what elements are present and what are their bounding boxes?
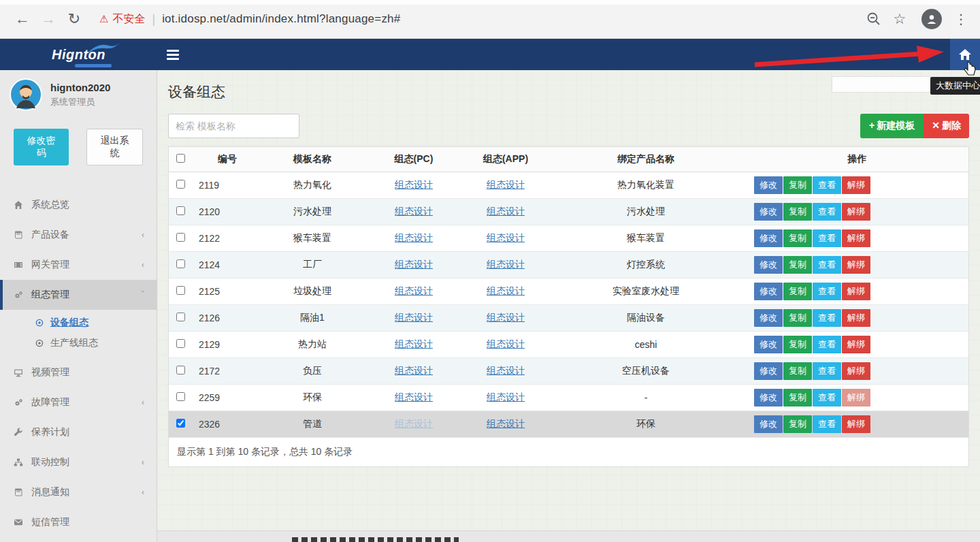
edit-button[interactable]: 修改 <box>754 176 783 194</box>
view-button[interactable]: 查看 <box>813 415 841 433</box>
edit-button[interactable]: 修改 <box>754 362 783 380</box>
unbind-button[interactable]: 解绑 <box>842 176 870 194</box>
address-bar-url[interactable]: iot.idosp.net/admin/index.html?language=… <box>162 12 400 26</box>
search-input[interactable] <box>168 114 299 138</box>
copy-button[interactable]: 复制 <box>783 229 812 247</box>
row-checkbox[interactable] <box>176 339 185 348</box>
sidebar-item-10[interactable]: 空间管理 <box>0 537 157 542</box>
pc-design-link[interactable]: 组态设计 <box>395 206 433 217</box>
edit-button[interactable]: 修改 <box>754 309 783 327</box>
unbind-button[interactable]: 解绑 <box>842 203 870 221</box>
sidebar-item-7[interactable]: 联动控制‹ <box>0 447 157 477</box>
copy-button[interactable]: 复制 <box>783 415 812 433</box>
pc-design-link[interactable]: 组态设计 <box>395 312 433 323</box>
view-button[interactable]: 查看 <box>813 362 841 380</box>
bookmark-star-icon[interactable]: ☆ <box>887 11 912 27</box>
pc-design-link[interactable]: 组态设计 <box>395 418 433 429</box>
sidebar-item-0[interactable]: 系统总览 <box>0 190 157 220</box>
submenu-item-0[interactable]: 设备组态 <box>0 313 157 333</box>
view-button[interactable]: 查看 <box>813 229 841 247</box>
forward-icon[interactable]: → <box>35 10 61 28</box>
copy-button[interactable]: 复制 <box>783 336 812 353</box>
copy-button[interactable]: 复制 <box>783 176 812 194</box>
copy-button[interactable]: 复制 <box>783 389 812 406</box>
row-checkbox[interactable] <box>176 286 185 295</box>
pc-design-link[interactable]: 组态设计 <box>395 259 433 270</box>
new-template-button[interactable]: +新建模板 <box>860 114 924 138</box>
view-button[interactable]: 查看 <box>813 336 841 353</box>
app-design-link[interactable]: 组态设计 <box>487 338 525 349</box>
app-design-link[interactable]: 组态设计 <box>487 365 525 376</box>
app-design-link[interactable]: 组态设计 <box>487 206 525 217</box>
pc-design-link[interactable]: 组态设计 <box>395 232 433 243</box>
edit-button[interactable]: 修改 <box>754 336 783 353</box>
empty-input-box[interactable] <box>832 76 934 93</box>
edit-button[interactable]: 修改 <box>754 256 783 274</box>
unbind-button[interactable]: 解绑 <box>842 389 870 406</box>
pc-design-link[interactable]: 组态设计 <box>395 285 433 296</box>
unbind-button[interactable]: 解绑 <box>842 283 870 300</box>
app-design-link[interactable]: 组态设计 <box>487 392 525 402</box>
pc-design-link[interactable]: 组态设计 <box>395 179 433 190</box>
edit-button[interactable]: 修改 <box>754 283 783 300</box>
browser-menu-icon[interactable]: ⋮ <box>951 11 970 27</box>
unbind-button[interactable]: 解绑 <box>842 362 870 380</box>
view-button[interactable]: 查看 <box>813 389 841 406</box>
pc-design-link[interactable]: 组态设计 <box>395 338 433 349</box>
app-design-link[interactable]: 组态设计 <box>487 418 525 429</box>
row-checkbox[interactable] <box>176 419 185 428</box>
app-design-link[interactable]: 组态设计 <box>487 179 525 190</box>
zoom-out-icon[interactable] <box>866 11 882 27</box>
copy-button[interactable]: 复制 <box>783 203 812 221</box>
sidebar-item-5[interactable]: 故障管理‹ <box>0 387 157 417</box>
edit-button[interactable]: 修改 <box>754 415 783 433</box>
row-checkbox[interactable] <box>176 366 185 374</box>
unbind-button[interactable]: 解绑 <box>842 229 870 247</box>
select-all-checkbox[interactable] <box>176 154 185 163</box>
sidebar-item-6[interactable]: 保养计划 <box>0 417 157 447</box>
row-checkbox[interactable] <box>176 259 185 268</box>
unbind-button[interactable]: 解绑 <box>842 415 870 433</box>
edit-button[interactable]: 修改 <box>754 203 783 221</box>
copy-button[interactable]: 复制 <box>783 362 812 380</box>
view-button[interactable]: 查看 <box>813 309 841 327</box>
unbind-button[interactable]: 解绑 <box>842 336 870 353</box>
app-design-link[interactable]: 组态设计 <box>487 259 525 270</box>
sidebar-item-3[interactable]: 组态管理ˇ <box>0 280 157 310</box>
view-button[interactable]: 查看 <box>813 203 841 221</box>
copy-button[interactable]: 复制 <box>783 309 812 327</box>
sidebar-item-9[interactable]: 短信管理 <box>0 507 157 537</box>
app-design-link[interactable]: 组态设计 <box>487 312 525 323</box>
row-checkbox[interactable] <box>176 180 185 189</box>
change-password-button[interactable]: 修改密码 <box>14 129 69 165</box>
browser-profile-icon[interactable] <box>921 9 942 29</box>
unbind-button[interactable]: 解绑 <box>842 309 870 327</box>
view-button[interactable]: 查看 <box>813 176 841 194</box>
sidebar-item-1[interactable]: 产品设备‹ <box>0 220 157 250</box>
sidebar-item-8[interactable]: 消息通知‹ <box>0 477 157 507</box>
submenu-item-1[interactable]: 生产线组态 <box>0 333 157 353</box>
edit-button[interactable]: 修改 <box>754 389 783 406</box>
security-badge[interactable]: ⚠ 不安全 <box>99 12 145 27</box>
edit-button[interactable]: 修改 <box>754 229 783 247</box>
pc-design-link[interactable]: 组态设计 <box>395 365 433 376</box>
reload-icon[interactable]: ↻ <box>61 10 87 28</box>
sidebar-item-2[interactable]: 网关管理‹ <box>0 250 157 280</box>
view-button[interactable]: 查看 <box>813 283 841 300</box>
row-checkbox[interactable] <box>176 392 185 401</box>
big-data-center-home-button[interactable] <box>950 39 980 70</box>
hamburger-menu-icon[interactable] <box>157 39 189 70</box>
row-checkbox[interactable] <box>176 233 185 242</box>
row-checkbox[interactable] <box>176 313 185 321</box>
row-checkbox[interactable] <box>176 206 185 215</box>
logout-button[interactable]: 退出系统 <box>86 129 143 165</box>
copy-button[interactable]: 复制 <box>783 283 812 300</box>
back-icon[interactable]: ← <box>10 10 35 28</box>
sidebar-item-4[interactable]: 视频管理 <box>0 357 157 387</box>
pc-design-link[interactable]: 组态设计 <box>395 392 433 402</box>
unbind-button[interactable]: 解绑 <box>842 256 870 274</box>
view-button[interactable]: 查看 <box>813 256 841 274</box>
app-design-link[interactable]: 组态设计 <box>487 232 525 243</box>
app-design-link[interactable]: 组态设计 <box>487 285 525 296</box>
delete-button[interactable]: ✕删除 <box>924 114 969 138</box>
